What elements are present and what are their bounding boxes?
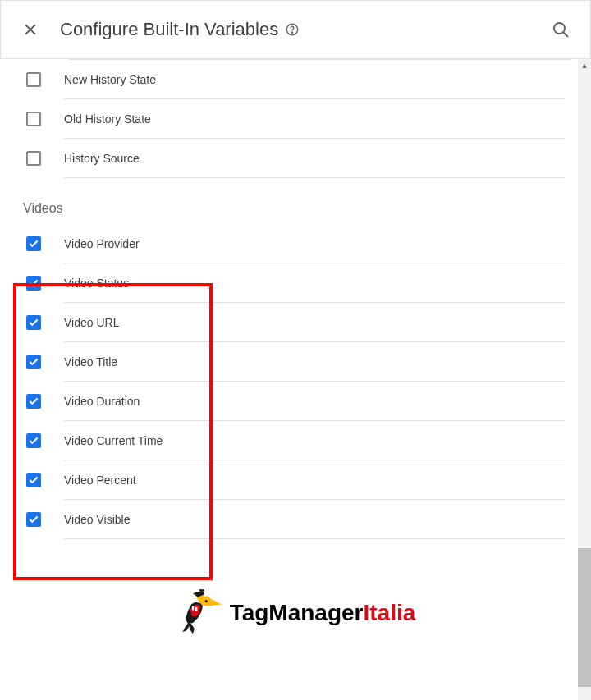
- checkbox-video-duration[interactable]: [26, 394, 41, 409]
- check-icon: [28, 435, 39, 446]
- help-icon[interactable]: [285, 22, 300, 37]
- svg-line-5: [564, 33, 569, 38]
- variable-row-video-visible[interactable]: Video Visible: [20, 500, 571, 539]
- logo-text: TagManagerItalia: [230, 600, 416, 626]
- variable-label: Video Current Time: [64, 421, 565, 460]
- close-button[interactable]: [21, 20, 40, 39]
- variable-label: Video Visible: [64, 500, 565, 539]
- check-icon: [28, 396, 39, 407]
- checkbox-video-title[interactable]: [26, 355, 41, 369]
- variable-row-video-current-time[interactable]: Video Current Time: [20, 421, 571, 460]
- dialog-header: Configure Built-In Variables: [0, 0, 591, 59]
- scroll-up-arrow-icon[interactable]: ▲: [578, 59, 591, 72]
- variable-row-video-percent[interactable]: Video Percent: [20, 460, 571, 500]
- checkbox-video-visible[interactable]: [26, 512, 41, 527]
- checkbox-video-current-time[interactable]: [26, 433, 41, 448]
- svg-point-4: [554, 23, 565, 34]
- variable-row-video-status[interactable]: Video Status: [20, 263, 571, 303]
- close-icon: [22, 21, 39, 38]
- title-text: Configure Built-In Variables: [60, 19, 278, 40]
- variable-label: Video Title: [64, 342, 565, 382]
- dialog-title: Configure Built-In Variables: [60, 19, 551, 40]
- svg-rect-6: [199, 589, 204, 591]
- checkbox-new-history-state[interactable]: [26, 72, 41, 87]
- scrollbar[interactable]: ▲: [578, 59, 591, 700]
- woodpecker-icon: [176, 588, 225, 638]
- variable-row-video-title[interactable]: Video Title: [20, 342, 571, 382]
- variable-row-video-url[interactable]: Video URL: [20, 303, 571, 342]
- logo-part2: Italia: [364, 600, 416, 626]
- scrollbar-thumb[interactable]: [578, 548, 591, 687]
- svg-rect-8: [191, 606, 193, 611]
- checkbox-video-provider[interactable]: [26, 236, 41, 251]
- search-button[interactable]: [551, 20, 570, 39]
- checkbox-video-url[interactable]: [26, 315, 41, 330]
- variable-label: Video Status: [64, 263, 565, 303]
- logo-part1: TagManager: [230, 600, 364, 626]
- variable-row-history-source[interactable]: History Source: [20, 139, 571, 178]
- variable-label: New History State: [64, 60, 565, 99]
- checkbox-video-percent[interactable]: [26, 473, 41, 487]
- content-area: New History State Old History State Hist…: [0, 59, 591, 700]
- variable-row-video-duration[interactable]: Video Duration: [20, 382, 571, 421]
- check-icon: [28, 514, 39, 525]
- variable-row-old-history-state[interactable]: Old History State: [20, 99, 571, 139]
- check-icon: [28, 356, 39, 368]
- variable-label: Video Provider: [64, 224, 565, 263]
- section-title-videos: Videos: [20, 178, 571, 224]
- svg-point-3: [292, 32, 293, 33]
- svg-point-7: [204, 600, 207, 602]
- variable-row-video-provider[interactable]: Video Provider: [20, 224, 571, 263]
- check-icon: [28, 277, 39, 289]
- logo-area: TagManagerItalia: [20, 539, 571, 670]
- check-icon: [28, 238, 39, 249]
- svg-rect-9: [195, 607, 197, 611]
- checkbox-video-status[interactable]: [26, 276, 41, 291]
- variable-label: Video Percent: [64, 460, 565, 500]
- variable-row-new-history-state[interactable]: New History State: [20, 60, 571, 99]
- check-icon: [28, 317, 39, 328]
- search-icon: [551, 20, 570, 39]
- variable-label: Video URL: [64, 303, 565, 342]
- checkbox-old-history-state[interactable]: [26, 112, 41, 126]
- checkbox-history-source[interactable]: [26, 151, 41, 166]
- check-icon: [28, 474, 39, 486]
- variable-label: Old History State: [64, 99, 565, 139]
- variable-label: Video Duration: [64, 382, 565, 421]
- variable-label: History Source: [64, 139, 565, 178]
